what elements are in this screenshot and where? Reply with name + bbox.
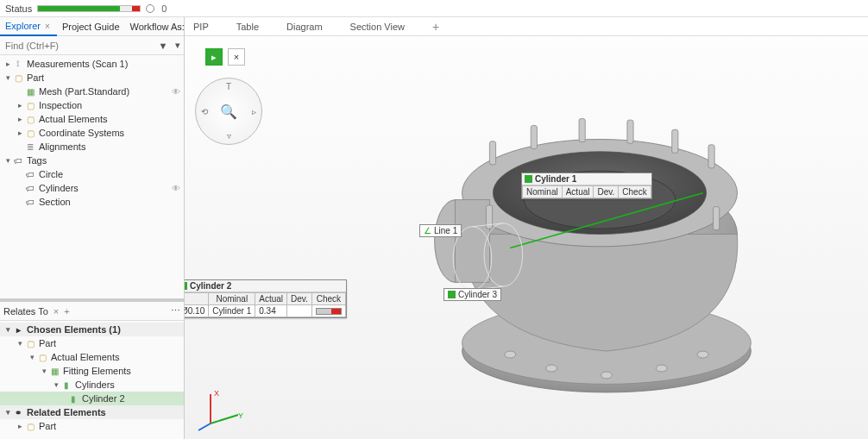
nav-right-icon: ▹ [252, 107, 256, 116]
axes-gizmo[interactable]: X Y [197, 389, 240, 432]
tree-align[interactable]: ≣Alignments [0, 140, 184, 154]
callout-cylinder-1[interactable]: Cylinder 1 Nominal Actual Dev. Check [521, 172, 652, 199]
relates-cyls[interactable]: ▾▮Cylinders [0, 378, 184, 392]
svg-rect-7 [456, 200, 490, 283]
cell-dev [287, 305, 312, 317]
tab-explorer[interactable]: Explorer × [0, 17, 57, 36]
visibility-icon[interactable]: 👁 [172, 184, 180, 193]
fitting-icon: ▦ [48, 365, 60, 377]
find-input[interactable] [0, 39, 154, 53]
label-cylinder-3[interactable]: Cylinder 3 [443, 288, 501, 301]
svg-rect-9 [531, 126, 537, 149]
folder-icon: ▢ [24, 337, 36, 349]
col-dev: Dev. [287, 293, 312, 305]
relates-title: Relates To [3, 306, 48, 317]
tree-tags[interactable]: ▾🏷Tags [0, 154, 184, 167]
status-square-icon [448, 291, 456, 298]
find-row: ▼ ▾ [0, 36, 184, 55]
tab-project-guide[interactable]: Project Guide [57, 18, 125, 35]
svg-rect-13 [708, 145, 714, 168]
add-view-tab[interactable]: + [427, 20, 444, 34]
label-text: Cylinder 3 [458, 290, 497, 299]
tree-actual[interactable]: ▸▢Actual Elements [0, 112, 184, 126]
viewport-controls: ▸ × [205, 48, 245, 66]
tab-diagram[interactable]: Diagram [281, 18, 328, 35]
tree-coord[interactable]: ▸▢Coordinate Systems [0, 126, 184, 140]
callout-table: Nominal Actual Dev. Check Ø0.10 Cylinder… [185, 292, 346, 317]
svg-point-20 [697, 351, 708, 358]
visibility-icon[interactable]: 👁 [172, 87, 180, 97]
tree-inspection[interactable]: ▸▢Inspection [0, 98, 184, 112]
tab-section-view[interactable]: Section View [345, 18, 410, 35]
folder-icon: ▢ [12, 72, 24, 84]
tree-section[interactable]: 🏷Section [0, 195, 184, 209]
filter-dropdown-icon[interactable]: ▾ [172, 40, 184, 51]
svg-rect-10 [579, 119, 585, 142]
add-tab-icon[interactable]: + [64, 306, 69, 317]
relates-tree: ▾▸Chosen Elements (1) ▾▢Part ▾▢Actual El… [0, 321, 184, 439]
status-square-icon [525, 175, 532, 183]
close-icon[interactable]: × [43, 22, 52, 31]
status-square-icon [185, 282, 187, 290]
cell-nominal: Cylinder 1 [209, 305, 255, 317]
relates-related[interactable]: ▾⚭Related Elements [0, 405, 184, 419]
label-line-1[interactable]: ∠Line 1 [419, 224, 462, 237]
relates-part2[interactable]: ▸▢Part [0, 419, 184, 433]
relates-chosen[interactable]: ▾▸Chosen Elements (1) [0, 323, 184, 336]
close-overlay-button[interactable]: × [228, 48, 245, 66]
callout-title: Cylinder 2 [190, 281, 231, 291]
svg-rect-12 [672, 129, 678, 153]
relates-cyl2[interactable]: ▮Cylinder 2 [0, 392, 184, 405]
cylinder-icon: ▮ [67, 392, 79, 405]
status-bar: Status 0 [0, 0, 868, 17]
app-root: Status 0 Explorer × Project Guide Workfl… [0, 0, 868, 439]
tab-pip[interactable]: PIP [188, 18, 214, 35]
relates-actual[interactable]: ▾▢Actual Elements [0, 350, 184, 364]
link-icon: ⚭ [12, 406, 24, 418]
axis-y-label: Y [238, 411, 243, 420]
relates-fitting[interactable]: ▾▦Fitting Elements [0, 364, 184, 378]
tag-icon: 🏷 [24, 196, 36, 208]
status-warn-icon [146, 4, 154, 13]
axis-x-label: X [214, 389, 219, 398]
tree-measurements[interactable]: ▸⟟Measurements (Scan 1) [0, 57, 184, 71]
folder-icon: ▢ [24, 127, 36, 139]
mesh-icon: ▦ [24, 85, 36, 97]
tree-cylinders[interactable]: 🏷Cylinders👁 [0, 181, 184, 195]
3d-viewport[interactable]: ▸ × 🔍 T ▿ ▹ ⟲ [185, 36, 868, 439]
folder-icon: ▢ [36, 351, 48, 363]
pin-icon[interactable]: × [53, 306, 59, 317]
zoom-icon: 🔍 [220, 103, 237, 120]
svg-point-16 [505, 351, 516, 358]
folder-icon: ▢ [24, 420, 36, 432]
nav-wheel[interactable]: 🔍 T ▿ ▹ ⟲ [195, 78, 262, 145]
play-button[interactable]: ▸ [205, 48, 223, 66]
panel-menu-icon[interactable]: ⋯ [171, 305, 180, 317]
side-tabs: Explorer × Project Guide Workflow As: [0, 17, 184, 36]
check-indicator-icon [316, 308, 342, 315]
svg-line-28 [198, 423, 211, 430]
callout-cylinder-2[interactable]: Cylinder 2 Nominal Actual Dev. Check Ø0.… [185, 279, 347, 318]
relates-header: Relates To × + ⋯ [0, 302, 184, 321]
col-nominal: Nominal [523, 186, 563, 198]
tree-mesh[interactable]: ▦Mesh (Part.Standard)👁 [0, 85, 184, 98]
tree-circle[interactable]: 🏷Circle [0, 167, 184, 181]
status-label: Status [5, 3, 32, 14]
col-actual: Actual [255, 293, 287, 305]
filter-icon[interactable]: ▼ [154, 41, 172, 51]
tag-icon: 🏷 [24, 168, 36, 180]
callout-title: Cylinder 1 [535, 174, 576, 184]
col-check: Check [619, 186, 651, 198]
folder-icon: ▢ [24, 99, 36, 111]
tree-part[interactable]: ▾▢Part [0, 71, 184, 85]
cylinders-icon: ▮ [60, 379, 72, 391]
relates-part[interactable]: ▾▢Part [0, 336, 184, 350]
tab-workflow[interactable]: Workflow As: [125, 18, 190, 35]
relates-panel: Relates To × + ⋯ ▾▸Chosen Elements (1) ▾… [0, 301, 184, 439]
side-panel: Explorer × Project Guide Workflow As: ▼ … [0, 17, 185, 439]
col-actual: Actual [562, 186, 594, 198]
svg-point-18 [601, 372, 613, 379]
tab-table[interactable]: Table [231, 18, 264, 35]
nav-rotate-icon: ⟲ [201, 107, 208, 116]
nav-down-icon: ▿ [227, 131, 231, 141]
